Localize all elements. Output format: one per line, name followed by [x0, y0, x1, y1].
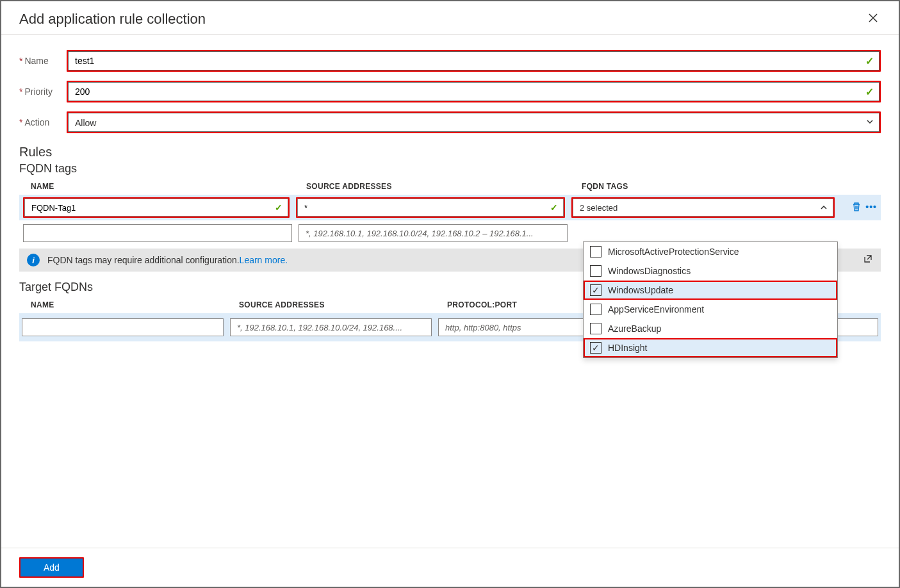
fqdn-name-input[interactable] — [24, 199, 288, 216]
checkmark-icon: ✓ — [275, 202, 282, 213]
dropdown-option[interactable]: ✓WindowsUpdate — [584, 281, 837, 300]
name-row: *Name ✓ — [19, 50, 881, 72]
checkmark-icon: ✓ — [865, 55, 874, 67]
target-source-input[interactable] — [230, 318, 432, 336]
col-source: SOURCE ADDRESSES — [306, 182, 575, 191]
checkbox-icon: ✓ — [590, 284, 601, 296]
page-title: Add application rule collection — [19, 11, 206, 28]
info-icon: i — [27, 254, 40, 266]
more-button[interactable]: ••• — [865, 202, 877, 214]
footer: Add — [1, 548, 899, 587]
action-label: *Action — [19, 117, 67, 127]
fqdn-source-input[interactable] — [297, 199, 564, 216]
dropdown-option-label: HDInsight — [608, 343, 647, 353]
learn-more-link[interactable]: Learn more. — [240, 255, 288, 265]
fqdn-header-row: NAME SOURCE ADDRESSES FQDN TAGS — [19, 182, 881, 191]
col-target-source: SOURCE ADDRESSES — [239, 300, 441, 309]
dropdown-option-label: AzureBackup — [608, 323, 661, 334]
checkbox-icon — [590, 323, 601, 334]
action-select[interactable]: Allow — [68, 113, 880, 132]
name-input[interactable] — [68, 51, 880, 70]
priority-row: *Priority ✓ — [19, 81, 881, 102]
fqdn-source-input-empty[interactable] — [299, 224, 568, 242]
dropdown-option-label: WindowsUpdate — [608, 285, 673, 295]
fqdn-name-input-empty[interactable] — [23, 224, 292, 242]
checkmark-icon: ✓ — [550, 202, 558, 213]
priority-label: *Priority — [19, 86, 67, 97]
col-target-name: NAME — [31, 300, 233, 309]
target-name-input[interactable] — [22, 318, 224, 336]
close-icon — [868, 13, 878, 23]
dropdown-option-label: MicrosoftActiveProtectionService — [608, 247, 739, 257]
external-link-icon — [863, 254, 873, 264]
fqdn-row-empty — [19, 224, 881, 242]
dropdown-option[interactable]: WindowsDiagnostics — [584, 261, 837, 281]
dropdown-option[interactable]: MicrosoftActiveProtectionService — [584, 242, 837, 261]
external-link-button[interactable] — [863, 254, 873, 266]
name-label: *Name — [19, 56, 67, 66]
dropdown-option[interactable]: AppServiceEnvironment — [584, 300, 837, 319]
info-text: FQDN tags may require additional configu… — [47, 255, 240, 265]
checkbox-icon — [590, 304, 601, 315]
checkbox-icon — [590, 246, 601, 257]
col-name: NAME — [31, 182, 300, 191]
fqdn-tags-heading: FQDN tags — [19, 162, 881, 176]
priority-input[interactable] — [68, 82, 880, 101]
delete-button[interactable] — [851, 202, 862, 214]
add-button[interactable]: Add — [20, 559, 83, 576]
dropdown-option[interactable]: AzureBackup — [584, 319, 837, 338]
fqdn-tags-select[interactable]: 2 selected — [573, 199, 833, 216]
chevron-up-icon — [820, 204, 828, 211]
fqdn-tags-dropdown: MicrosoftActiveProtectionServiceWindowsD… — [583, 241, 838, 358]
checkbox-icon — [590, 265, 601, 277]
dropdown-option-label: WindowsDiagnostics — [608, 266, 691, 276]
dropdown-option-label: AppServiceEnvironment — [608, 304, 704, 314]
close-button[interactable] — [865, 9, 881, 29]
checkmark-icon: ✓ — [865, 86, 874, 98]
action-row: *Action Allow — [19, 111, 881, 133]
checkbox-icon: ✓ — [590, 342, 601, 354]
rules-heading: Rules — [19, 145, 881, 159]
dropdown-option[interactable]: ✓HDInsight — [584, 338, 837, 357]
col-tags: FQDN TAGS — [582, 182, 836, 191]
trash-icon — [851, 202, 862, 212]
panel-header: Add application rule collection — [1, 1, 899, 35]
fqdn-row-1: ✓ ✓ 2 selected ••• — [19, 195, 881, 220]
